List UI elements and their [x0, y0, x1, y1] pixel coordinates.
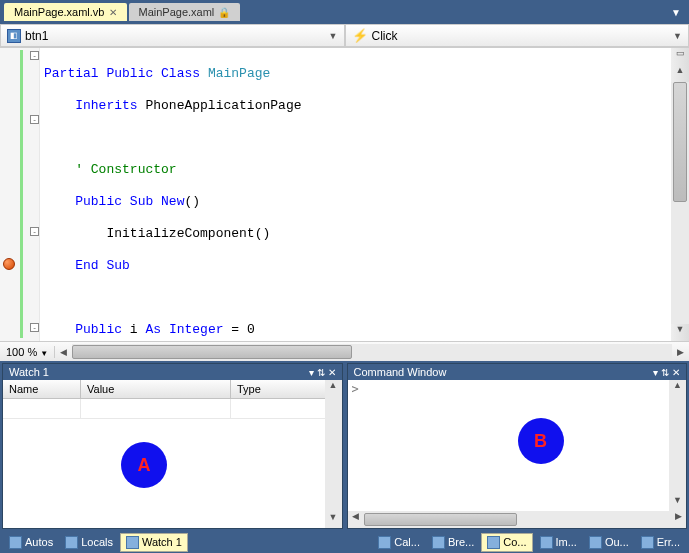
status-tab-watch1[interactable]: Watch 1: [120, 533, 188, 552]
watch-panel: Watch 1 ▾ ⇅ ✕ Name Value Type A ▲▼: [2, 363, 343, 529]
status-tab-command[interactable]: Co...: [481, 533, 532, 552]
tab-overflow-dropdown[interactable]: ▼: [671, 7, 689, 18]
scroll-left-icon[interactable]: ◀: [55, 347, 72, 357]
chevron-down-icon: ▼: [329, 31, 338, 41]
grid-icon: [9, 536, 22, 549]
scroll-right-icon[interactable]: ▶: [672, 347, 689, 357]
status-tab-autos[interactable]: Autos: [4, 534, 58, 551]
close-icon[interactable]: ✕: [672, 367, 680, 378]
close-icon[interactable]: ✕: [328, 367, 336, 378]
fold-toggle[interactable]: -: [30, 115, 39, 124]
status-tab-errorlist[interactable]: Err...: [636, 534, 685, 551]
annotation-b: B: [518, 418, 564, 464]
document-tabs: MainPage.xaml.vb ✕ MainPage.xaml 🔒 ▼: [0, 0, 689, 24]
status-tab-call[interactable]: Cal...: [373, 534, 425, 551]
zoom-level[interactable]: 100 % ▼: [0, 346, 55, 358]
object-dropdown-text: btn1: [25, 29, 48, 43]
watch-panel-header[interactable]: Watch 1 ▾ ⇅ ✕: [3, 364, 342, 380]
panel-title: Watch 1: [9, 366, 49, 378]
scroll-thumb[interactable]: [673, 82, 687, 202]
scroll-down-icon[interactable]: ▼: [671, 324, 689, 341]
grid-icon: [589, 536, 602, 549]
fold-toggle[interactable]: -: [30, 51, 39, 60]
tab-label: MainPage.xaml: [139, 6, 215, 18]
grid-icon: [126, 536, 139, 549]
nav-dropdown-bar: ◧ btn1 ▼ ⚡ Click ▼: [0, 24, 689, 48]
lock-icon: 🔒: [218, 7, 230, 18]
tab-label: MainPage.xaml.vb: [14, 6, 105, 18]
editor-vertical-scrollbar[interactable]: ▭ ▲ ▼: [671, 48, 689, 341]
grid-icon: [65, 536, 78, 549]
object-dropdown[interactable]: ◧ btn1 ▼: [0, 24, 345, 47]
event-dropdown-text: Click: [372, 29, 398, 43]
editor-bottom-bar: 100 % ▼ ◀ ▶: [0, 341, 689, 361]
grid-icon: [487, 536, 500, 549]
fold-toggle[interactable]: -: [30, 227, 39, 236]
col-value[interactable]: Value: [81, 380, 231, 398]
panel-title: Command Window: [354, 366, 447, 378]
grid-icon: [432, 536, 445, 549]
command-panel: Command Window ▾ ⇅ ✕ > B ▲▼ ◀▶: [347, 363, 688, 529]
command-vertical-scrollbar[interactable]: ▲▼: [669, 380, 686, 511]
scroll-thumb[interactable]: [72, 345, 352, 359]
editor-horizontal-scrollbar[interactable]: ◀ ▶: [55, 344, 689, 360]
fold-toggle[interactable]: -: [30, 323, 39, 332]
col-name[interactable]: Name: [3, 380, 81, 398]
pin-icon[interactable]: ⇅: [661, 367, 669, 378]
grid-icon: [378, 536, 391, 549]
editor-gutter: - - - -: [0, 48, 40, 341]
close-icon[interactable]: ✕: [109, 7, 117, 18]
watch-row-empty[interactable]: [3, 399, 342, 419]
status-tab-output[interactable]: Ou...: [584, 534, 634, 551]
dropdown-icon[interactable]: ▾: [309, 367, 314, 378]
dropdown-icon[interactable]: ▾: [653, 367, 658, 378]
status-tab-locals[interactable]: Locals: [60, 534, 118, 551]
command-panel-header[interactable]: Command Window ▾ ⇅ ✕: [348, 364, 687, 380]
tab-mainpage-vb[interactable]: MainPage.xaml.vb ✕: [4, 3, 127, 21]
bolt-icon: ⚡: [352, 28, 368, 43]
command-horizontal-scrollbar[interactable]: ◀▶: [348, 511, 687, 528]
annotation-a: A: [121, 442, 167, 488]
split-icon[interactable]: ▭: [671, 48, 689, 65]
watch-vertical-scrollbar[interactable]: ▲▼: [325, 380, 342, 528]
watch-columns: Name Value Type: [3, 380, 342, 399]
scroll-up-icon[interactable]: ▲: [671, 65, 689, 82]
status-tab-immediate[interactable]: Im...: [535, 534, 582, 551]
bottom-panels: Watch 1 ▾ ⇅ ✕ Name Value Type A ▲▼ Comma…: [0, 361, 689, 531]
tab-mainpage-xaml[interactable]: MainPage.xaml 🔒: [129, 3, 241, 21]
grid-icon: [641, 536, 654, 549]
vb-object-icon: ◧: [7, 29, 21, 43]
status-tab-breakpoints[interactable]: Bre...: [427, 534, 479, 551]
chevron-down-icon: ▼: [673, 31, 682, 41]
status-bar: Autos Locals Watch 1 Cal... Bre... Co...…: [0, 531, 689, 553]
code-content[interactable]: Partial Public Class MainPage Inherits P…: [40, 48, 671, 341]
pin-icon[interactable]: ⇅: [317, 367, 325, 378]
breakpoint-marker[interactable]: [3, 258, 15, 270]
grid-icon: [540, 536, 553, 549]
command-prompt[interactable]: >: [348, 380, 687, 398]
code-editor[interactable]: - - - - Partial Public Class MainPage In…: [0, 48, 689, 341]
event-dropdown[interactable]: ⚡ Click ▼: [345, 24, 690, 47]
